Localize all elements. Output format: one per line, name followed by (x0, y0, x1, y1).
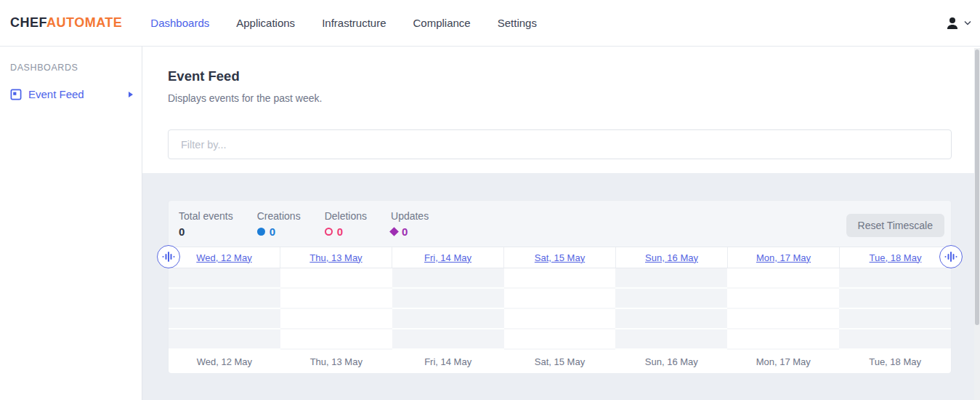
top-navigation: CHEFAUTOMATE Dashboards Applications Inf… (0, 0, 980, 47)
grid-cell (280, 268, 392, 289)
stat-marker-icon (257, 228, 265, 236)
stat-value: 0 (402, 225, 408, 238)
nav-item[interactable]: Compliance (413, 17, 471, 29)
grid-cell (727, 309, 839, 329)
grid-cell (392, 309, 504, 329)
equalizer-icon (944, 249, 958, 264)
grid-column (504, 268, 616, 350)
nav-item[interactable]: Infrastructure (322, 17, 386, 29)
equalizer-icon (161, 249, 176, 264)
stat-value: 0 (270, 225, 275, 238)
grid-cell (280, 289, 392, 309)
grid-column (839, 268, 951, 350)
event-timeline-card: Total events 0 Creations 0 (168, 200, 952, 373)
grid-cell (392, 268, 504, 289)
grid-cell (504, 289, 616, 309)
day-footer-label: Fri, 14 May (392, 350, 504, 373)
reset-timescale-button[interactable]: Reset Timescale (846, 214, 944, 237)
grid-cell (615, 329, 727, 350)
sidebar-item-label: Event Feed (28, 88, 84, 100)
stat-value: 0 (337, 225, 343, 238)
person-icon (944, 15, 960, 31)
day-header-link[interactable]: Thu, 13 May (309, 252, 362, 263)
grid-column (392, 268, 504, 350)
stat-item: Total events 0 (179, 210, 233, 238)
stat-item: Updates 0 (391, 210, 429, 238)
user-menu-button[interactable] (944, 15, 971, 31)
day-footer-label: Wed, 12 May (169, 350, 280, 373)
stat-marker-icon (389, 227, 399, 236)
grid-cell (169, 329, 280, 350)
stat-value: 0 (179, 225, 185, 238)
stat-marker-icon (325, 228, 333, 236)
day-header-link[interactable]: Wed, 12 May (196, 252, 251, 263)
timeline-day-header-row: Wed, 12 May Thu, 13 May Fri, 14 May Sat,… (169, 247, 951, 268)
event-stats: Total events 0 Creations 0 (179, 210, 429, 238)
grid-column (727, 268, 839, 350)
day-footer-label: Tue, 18 May (839, 350, 951, 373)
grid-cell (727, 268, 839, 289)
stat-label: Deletions (325, 210, 367, 222)
day-header-cell: Mon, 17 May (728, 247, 840, 268)
timescale-left-handle[interactable] (157, 245, 180, 268)
day-header-link[interactable]: Sat, 15 May (535, 252, 585, 263)
grid-cell (839, 329, 951, 350)
grid-cell (727, 329, 839, 350)
calendar-icon (10, 89, 22, 100)
day-header-cell: Sat, 15 May (504, 247, 616, 268)
grid-cell (615, 268, 727, 289)
day-header-cell: Fri, 14 May (392, 247, 504, 268)
stat-item: Creations 0 (257, 210, 301, 238)
scrollbar-track[interactable] (974, 48, 980, 400)
day-header-link[interactable]: Mon, 17 May (756, 252, 811, 263)
grid-cell (504, 309, 616, 329)
chef-automate-logo[interactable]: CHEFAUTOMATE (10, 15, 122, 31)
day-header-cell: Wed, 12 May (169, 247, 280, 268)
grid-cell (392, 289, 504, 309)
grid-cell (727, 289, 839, 309)
day-header-cell: Tue, 18 May (840, 247, 951, 268)
grid-cell (839, 289, 951, 309)
nav-item[interactable]: Dashboards (150, 17, 209, 29)
grid-cell (169, 289, 280, 309)
grid-cell (280, 329, 392, 350)
stat-label: Updates (391, 210, 429, 222)
logo-chef: CHEF (10, 15, 46, 30)
chevron-down-icon (964, 20, 971, 25)
event-feed-panel: Total events 0 Creations 0 (142, 173, 980, 400)
day-footer-label: Sat, 15 May (504, 350, 616, 373)
sidebar-item-event-feed[interactable]: Event Feed (0, 84, 142, 105)
page-subtitle: Displays events for the past week. (168, 92, 980, 104)
day-header-cell: Thu, 13 May (280, 247, 392, 268)
scrollbar-thumb[interactable] (975, 49, 979, 325)
sidebar: DASHBOARDS Event Feed (0, 47, 142, 400)
day-footer-label: Sun, 16 May (615, 350, 727, 373)
grid-column (280, 268, 392, 350)
grid-column (169, 268, 280, 350)
timeline-day-footer-row: Wed, 12 May Thu, 13 May Fri, 14 May Sat,… (169, 350, 951, 373)
grid-cell (392, 329, 504, 350)
timescale-right-handle[interactable] (939, 245, 963, 268)
grid-cell (504, 268, 616, 289)
stat-item: Deletions 0 (325, 210, 367, 238)
nav-item[interactable]: Settings (498, 17, 537, 29)
filter-input[interactable] (168, 129, 952, 159)
grid-cell (169, 309, 280, 329)
main-content: Event Feed Displays events for the past … (142, 47, 980, 400)
day-header-link[interactable]: Sun, 16 May (645, 252, 698, 263)
day-header-link[interactable]: Fri, 14 May (424, 252, 471, 263)
grid-cell (615, 289, 727, 309)
grid-cell (280, 309, 392, 329)
expand-arrow-icon[interactable] (129, 92, 133, 97)
day-header-cell: Sun, 16 May (616, 247, 728, 268)
day-footer-label: Thu, 13 May (280, 350, 392, 373)
grid-column (615, 268, 727, 350)
grid-cell (839, 309, 951, 329)
timeline-grid-body (169, 268, 951, 350)
nav-menu: Dashboards Applications Infrastructure C… (150, 17, 537, 30)
day-footer-label: Mon, 17 May (727, 350, 839, 373)
grid-cell (504, 329, 616, 350)
day-header-link[interactable]: Tue, 18 May (870, 252, 922, 263)
nav-item[interactable]: Applications (236, 17, 295, 29)
stat-label: Creations (257, 210, 301, 222)
